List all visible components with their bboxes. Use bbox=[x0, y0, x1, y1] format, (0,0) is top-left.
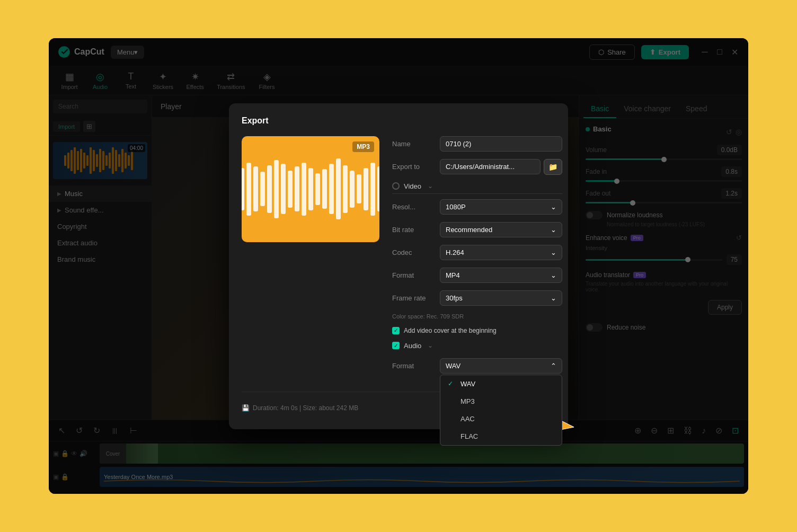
waveform-container bbox=[242, 157, 379, 221]
audio-section: ✓ Audio ⌄ Format WAV ⌃ bbox=[392, 342, 562, 374]
dropdown-item-mp3[interactable]: MP3 bbox=[440, 393, 562, 410]
waveform-bar bbox=[370, 163, 375, 216]
codec-value: H.264 bbox=[446, 249, 464, 256]
format-label: Format bbox=[392, 271, 435, 279]
frame-rate-select[interactable]: 30fps ⌄ bbox=[440, 290, 562, 306]
modal-overlay: Export MP3 Name bbox=[49, 38, 748, 494]
color-space-text: Color space: Rec. 709 SDR bbox=[392, 313, 562, 320]
mp3-label: MP3 bbox=[461, 397, 475, 405]
waveform-bar bbox=[274, 160, 279, 218]
waveform-bar bbox=[308, 168, 313, 210]
modal-body: MP3 Name Export to bbox=[242, 136, 555, 381]
video-section-label: Video bbox=[404, 182, 421, 190]
codec-row: Codec H.264 ⌄ bbox=[392, 245, 562, 260]
audio-format-value: WAV bbox=[446, 362, 461, 370]
bit-rate-select[interactable]: Recommended ⌄ bbox=[440, 222, 562, 237]
video-checkbox[interactable] bbox=[392, 182, 400, 190]
name-label: Name bbox=[392, 140, 435, 148]
video-expand-icon[interactable]: ⌄ bbox=[428, 182, 433, 190]
flac-label: FLAC bbox=[461, 432, 478, 440]
waveform-bar bbox=[357, 174, 361, 203]
modal-preview: MP3 bbox=[242, 136, 379, 242]
waveform-bar bbox=[295, 166, 299, 211]
waveform-bar bbox=[267, 165, 272, 213]
wav-label: WAV bbox=[461, 380, 475, 388]
waveform-bar bbox=[246, 163, 251, 216]
modal-title: Export bbox=[242, 116, 555, 126]
add-cover-row: ✓ Add video cover at the beginning bbox=[392, 327, 562, 334]
frame-rate-value: 30fps bbox=[446, 294, 463, 302]
bit-rate-label: Bit rate bbox=[392, 226, 435, 234]
waveform-bar bbox=[242, 168, 244, 210]
audio-section-header: ✓ Audio ⌄ bbox=[392, 342, 562, 353]
waveform-bar bbox=[281, 164, 286, 214]
add-cover-label: Add video cover at the beginning bbox=[404, 327, 497, 334]
video-section: Video ⌄ Resol... 1080P ⌄ Bit rate bbox=[392, 182, 562, 334]
wav-check-icon: ✓ bbox=[448, 380, 456, 387]
bit-rate-chevron-icon: ⌄ bbox=[551, 226, 556, 234]
waveform-bar bbox=[336, 158, 341, 219]
waveform-bar bbox=[343, 165, 348, 213]
export-to-label: Export to bbox=[392, 163, 435, 171]
cover-checkbox[interactable]: ✓ bbox=[392, 327, 400, 334]
codec-chevron-icon: ⌄ bbox=[551, 249, 556, 256]
export-to-row: Export to 📁 bbox=[392, 159, 562, 175]
audio-format-dropdown: WAV ⌃ ✓ WAV bbox=[440, 358, 562, 374]
duration-text: Duration: 4m 0s | Size: about 242 MB bbox=[253, 404, 358, 412]
name-row: Name bbox=[392, 136, 562, 152]
waveform-bar bbox=[377, 166, 380, 211]
duration-info: 💾 Duration: 4m 0s | Size: about 242 MB bbox=[242, 404, 358, 412]
audio-section-label: Audio bbox=[404, 342, 421, 350]
bit-rate-row: Bit rate Recommended ⌄ bbox=[392, 222, 562, 237]
waveform-bar bbox=[288, 171, 293, 208]
resolution-value: 1080P bbox=[446, 203, 466, 211]
modal-settings: Name Export to 📁 bbox=[392, 136, 562, 381]
mp3-badge: MP3 bbox=[352, 141, 374, 152]
audio-checkbox[interactable]: ✓ bbox=[392, 342, 400, 349]
waveform-bar bbox=[253, 166, 258, 211]
audio-expand-icon[interactable]: ⌄ bbox=[428, 342, 433, 349]
audio-format-chevron-icon: ⌃ bbox=[551, 362, 556, 370]
waveform-bar bbox=[302, 163, 306, 216]
video-section-header: Video ⌄ bbox=[392, 182, 562, 194]
export-modal: Export MP3 Name bbox=[229, 103, 568, 429]
name-input[interactable] bbox=[440, 136, 562, 152]
waveform-bar bbox=[260, 172, 265, 206]
frame-rate-label: Frame rate bbox=[392, 294, 435, 302]
format-value: MP4 bbox=[446, 271, 460, 279]
dropdown-item-flac[interactable]: FLAC bbox=[440, 428, 562, 445]
waveform-bar bbox=[350, 171, 355, 208]
bit-rate-value: Recommended bbox=[446, 226, 492, 234]
aac-label: AAC bbox=[461, 415, 475, 423]
dropdown-item-aac[interactable]: AAC bbox=[440, 410, 562, 428]
frame-rate-row: Frame rate 30fps ⌄ bbox=[392, 290, 562, 306]
dropdown-item-wav[interactable]: ✓ WAV bbox=[440, 375, 562, 393]
format-chevron-icon: ⌄ bbox=[551, 271, 556, 279]
waveform-bar bbox=[364, 168, 368, 210]
codec-select[interactable]: H.264 ⌄ bbox=[440, 245, 562, 260]
format-select[interactable]: MP4 ⌄ bbox=[440, 268, 562, 283]
format-row: Format MP4 ⌄ bbox=[392, 268, 562, 283]
frame-rate-chevron-icon: ⌄ bbox=[551, 294, 556, 302]
resolution-row: Resol... 1080P ⌄ bbox=[392, 199, 562, 215]
resolution-chevron-icon: ⌄ bbox=[551, 203, 556, 211]
audio-format-label: Format bbox=[392, 362, 435, 370]
resolution-label: Resol... bbox=[392, 203, 435, 211]
export-path-input[interactable] bbox=[440, 159, 541, 174]
codec-label: Codec bbox=[392, 249, 435, 256]
duration-icon: 💾 bbox=[242, 404, 250, 412]
resolution-select[interactable]: 1080P ⌄ bbox=[440, 199, 562, 215]
audio-format-menu: ✓ WAV MP3 AAC bbox=[440, 375, 562, 446]
waveform-bar bbox=[315, 173, 320, 205]
browse-button[interactable]: 📁 bbox=[544, 159, 562, 175]
waveform-bar bbox=[329, 164, 334, 214]
audio-format-select[interactable]: WAV ⌃ bbox=[440, 358, 562, 374]
audio-format-row: Format WAV ⌃ ✓ WAV bbox=[392, 358, 562, 374]
export-folder: 📁 bbox=[440, 159, 562, 175]
app-window: CapCut Menu▾ ⬡ Share ⬆ Export ─ □ ✕ ▦ Im… bbox=[49, 38, 748, 494]
waveform-bar bbox=[322, 169, 327, 209]
